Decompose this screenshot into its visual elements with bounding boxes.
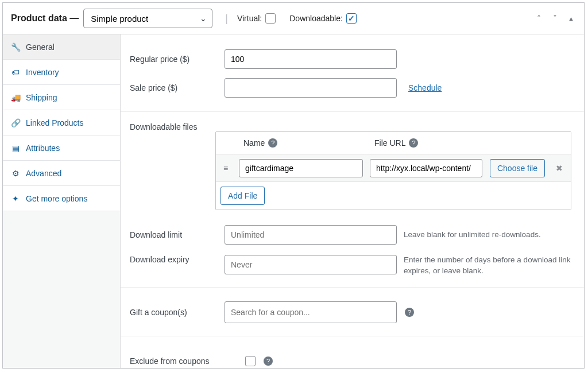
col-url-header: File URL xyxy=(374,138,405,148)
product-type-select[interactable]: Simple product xyxy=(83,9,212,28)
sidebar-tab-shipping[interactable]: 🚚Shipping xyxy=(3,85,120,110)
sale-price-label: Sale price ($) xyxy=(130,83,225,92)
choose-file-button[interactable]: Choose file xyxy=(490,159,545,177)
col-name-header: Name xyxy=(243,138,265,148)
download-expiry-label: Download expiry xyxy=(130,255,225,264)
add-file-button[interactable]: Add File xyxy=(220,187,265,205)
link-icon: 🔗 xyxy=(11,118,20,127)
tabs-sidebar: 🔧General🏷Inventory🚚Shipping🔗Linked Produ… xyxy=(3,34,121,368)
schedule-link[interactable]: Schedule xyxy=(408,83,442,92)
gift-coupon-input[interactable] xyxy=(225,301,397,323)
move-down-icon[interactable]: ˅ xyxy=(550,13,560,24)
download-expiry-input[interactable] xyxy=(225,255,397,274)
sidebar-tab-label: General xyxy=(26,42,55,52)
download-limit-desc: Leave blank for unlimited re-downloads. xyxy=(404,230,575,241)
sidebar-tab-linked[interactable]: 🔗Linked Products xyxy=(3,110,120,135)
downloadable-label: Downloadable: xyxy=(289,14,343,23)
panel-header: Product data — Simple product ⌄ | Virtua… xyxy=(3,3,584,34)
product-data-panel: Product data — Simple product ⌄ | Virtua… xyxy=(2,2,585,369)
panel-body: 🔧General🏷Inventory🚚Shipping🔗Linked Produ… xyxy=(3,34,584,368)
delete-row-icon[interactable]: ✖ xyxy=(549,164,570,173)
downloadable-checkbox[interactable] xyxy=(346,13,357,24)
virtual-label: Virtual: xyxy=(237,14,262,23)
help-icon[interactable]: ? xyxy=(405,308,414,317)
download-limit-input[interactable] xyxy=(225,225,397,245)
virtual-checkbox[interactable] xyxy=(265,13,276,24)
downloadable-files-label: Downloadable files xyxy=(130,122,225,131)
header-actions: ˄ ˅ ▴ xyxy=(533,13,576,24)
sidebar-tab-attributes[interactable]: ▤Attributes xyxy=(3,135,120,161)
regular-price-label: Regular price ($) xyxy=(130,55,225,64)
panel-title: Product data — xyxy=(11,13,79,24)
drag-handle-icon[interactable]: ≡ xyxy=(216,164,235,173)
tag-icon: 🏷 xyxy=(11,68,20,77)
separator: | xyxy=(225,13,228,25)
help-icon[interactable]: ? xyxy=(264,356,273,366)
download-expiry-desc: Enter the number of days before a downlo… xyxy=(404,255,575,277)
sidebar-tab-label: Inventory xyxy=(26,68,59,77)
general-tab-content: Regular price ($) Sale price ($) Schedul… xyxy=(121,34,584,368)
wrench-icon: 🔧 xyxy=(11,42,20,52)
sidebar-tab-label: Linked Products xyxy=(26,118,83,127)
downloadable-file-row: ≡Choose file✖ xyxy=(216,154,571,181)
exclude-coupons-checkbox[interactable] xyxy=(245,356,256,366)
regular-price-input[interactable] xyxy=(225,49,397,69)
sale-price-input[interactable] xyxy=(225,78,397,98)
sidebar-tab-getmore[interactable]: ✦Get more options xyxy=(3,186,120,211)
sidebar-tab-label: Get more options xyxy=(26,194,87,203)
help-icon[interactable]: ? xyxy=(268,138,277,148)
collapse-icon[interactable]: ▴ xyxy=(566,13,576,24)
sidebar-tab-inventory[interactable]: 🏷Inventory xyxy=(3,60,120,85)
sidebar-tab-label: Advanced xyxy=(26,169,61,178)
sidebar-tab-label: Shipping xyxy=(26,93,57,102)
cog-icon: ⚙ xyxy=(11,169,20,178)
move-up-icon[interactable]: ˄ xyxy=(533,13,544,24)
gift-coupon-label: Gift a coupon(s) xyxy=(130,308,225,317)
help-icon[interactable]: ? xyxy=(409,138,418,148)
sidebar-tab-general[interactable]: 🔧General xyxy=(3,34,120,60)
sidebar-tab-label: Attributes xyxy=(26,144,60,153)
sidebar-tab-advanced[interactable]: ⚙Advanced xyxy=(3,161,120,186)
list-icon: ▤ xyxy=(11,144,20,153)
exclude-coupons-label: Exclude from coupons xyxy=(130,356,242,366)
truck-icon: 🚚 xyxy=(11,93,20,102)
download-limit-label: Download limit xyxy=(130,230,225,239)
downloadable-files-table: Name ? File URL ? ≡Choose file✖ Add File xyxy=(215,131,571,210)
file-name-input[interactable] xyxy=(239,159,363,177)
file-url-input[interactable] xyxy=(370,159,482,177)
spark-icon: ✦ xyxy=(11,194,20,203)
